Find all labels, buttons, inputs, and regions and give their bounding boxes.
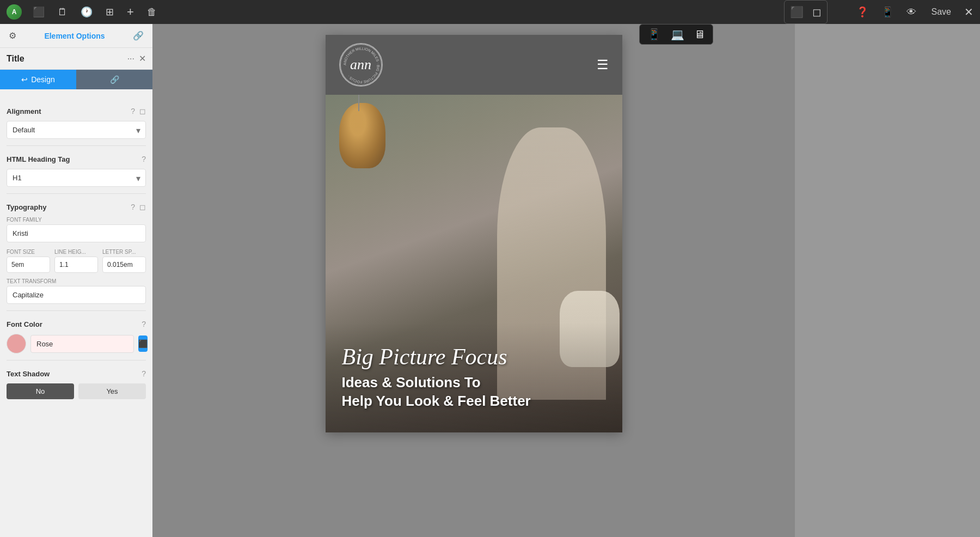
text-shadow-no-button[interactable]: No — [7, 383, 74, 399]
font-size-label: FONT SIZE — [7, 249, 50, 255]
font-family-row: FONT FAMILY — [7, 217, 146, 242]
panel-title: Title — [7, 54, 127, 64]
lamp-cord — [358, 95, 359, 111]
right-area — [795, 24, 980, 537]
page-outline-icon[interactable]: ◻ — [812, 5, 822, 19]
preview-frame: ann ANOTHER MILLION MILES · BIG PICTURE … — [326, 35, 622, 432]
tablet-icon[interactable]: 📱 — [647, 28, 661, 41]
history-icon[interactable]: 🕐 — [78, 4, 95, 20]
font-size-input[interactable] — [7, 257, 50, 273]
design-tab[interactable]: ↩ Design — [0, 70, 76, 89]
hero-area: Big Picture Focus Ideas & Solutions To H… — [326, 95, 622, 432]
add-icon[interactable]: + — [125, 3, 136, 21]
alignment-select[interactable]: DefaultLeftCenterRight — [7, 121, 146, 139]
panel-close-button[interactable]: ✕ — [139, 53, 146, 64]
close-icon[interactable]: ✕ — [964, 5, 973, 19]
font-color-section: Font Color ? ⬛ — [7, 320, 146, 353]
text-shadow-header: Text Shadow ? — [7, 369, 146, 378]
text-transform-row: TEXT TRANSFORM — [7, 278, 146, 304]
sub-tabs: ↩ Design 🔗 — [0, 70, 152, 89]
hero-title: Big Picture Focus — [342, 344, 606, 369]
laptop-icon[interactable]: 💻 — [671, 28, 684, 41]
layers-icon[interactable]: ⬛ — [30, 4, 47, 20]
page-view-popup: ⬛ ◻ — [784, 0, 828, 24]
link-tab-icon: 🔗 — [110, 75, 119, 84]
font-color-label: Font Color — [7, 320, 42, 328]
line-height-input[interactable] — [54, 257, 98, 273]
panel-content: Alignment ? ◻ DefaultLeftCenterRight HTM… — [0, 89, 152, 537]
hero-title-text: Big Picture Focus — [342, 344, 507, 369]
link-tab-icon[interactable]: 🔗 — [131, 28, 146, 43]
font-color-header: Font Color ? — [7, 320, 146, 328]
main-area: ⚙ Element Options 🔗 Title ··· ✕ ↩ Design… — [0, 24, 980, 537]
html-heading-select-wrapper: H1H2H3H4H5H6 — [7, 169, 146, 187]
alignment-help-icon[interactable]: ? — [131, 107, 135, 115]
color-name-input[interactable] — [30, 335, 134, 353]
top-toolbar: A ⬛ 🗒 🕐 ⊞ + 🗑 ❓ 📱 👁 ⬛ ◻ Save ✕ — [0, 0, 980, 24]
mobile-preview-icon[interactable]: 📱 — [879, 4, 896, 20]
letter-spacing-field: LETTER SP... — [102, 249, 146, 273]
alignment-select-wrapper: DefaultLeftCenterRight — [7, 121, 146, 139]
text-shadow-section: Text Shadow ? No Yes — [7, 369, 146, 399]
text-transform-label: TEXT TRANSFORM — [7, 278, 146, 284]
html-heading-help-icon[interactable]: ? — [142, 155, 146, 163]
logo-ann-text: ann — [350, 57, 371, 73]
preview-area: ann ANOTHER MILLION MILES · BIG PICTURE … — [152, 24, 795, 537]
html-heading-label: HTML Heading Tag — [7, 155, 70, 163]
font-color-row: ⬛ — [7, 334, 146, 353]
letter-spacing-label: LETTER SP... — [102, 249, 146, 255]
desktop-filled-icon[interactable]: ⬛ — [790, 5, 804, 19]
font-color-help-icon[interactable]: ? — [142, 320, 146, 328]
hero-lamp — [339, 103, 385, 168]
more-options-button[interactable]: ··· — [127, 54, 134, 64]
help-icon[interactable]: ❓ — [854, 4, 871, 20]
letter-spacing-input[interactable] — [102, 257, 146, 273]
toolbar-left: A ⬛ 🗒 🕐 ⊞ + 🗑 — [7, 3, 159, 21]
alignment-label: Alignment — [7, 107, 41, 115]
desktop-icon[interactable]: 🖥 — [694, 28, 705, 41]
title-bar: Title ··· ✕ — [0, 48, 152, 70]
elements-icon[interactable]: ⊞ — [103, 4, 116, 20]
page-icon[interactable]: 🗒 — [56, 4, 70, 20]
line-height-field: LINE HEIG... — [54, 249, 98, 273]
alignment-icons: ? ◻ — [131, 107, 146, 115]
eye-icon[interactable]: 👁 — [904, 4, 918, 20]
hero-text-overlay: Big Picture Focus Ideas & Solutions To H… — [326, 322, 622, 432]
device-bar: 📱 💻 🖥 — [639, 24, 713, 45]
link-tab[interactable]: 🔗 — [76, 70, 152, 89]
hamburger-menu[interactable]: ☰ — [597, 57, 609, 72]
toolbar-right: ❓ 📱 👁 ⬛ ◻ Save ✕ — [854, 4, 973, 20]
html-heading-select[interactable]: H1H2H3H4H5H6 — [7, 169, 146, 187]
font-metrics-row: FONT SIZE LINE HEIG... LETTER SP... — [7, 249, 146, 273]
alignment-reset-icon[interactable]: ◻ — [139, 107, 146, 115]
app-logo[interactable]: A — [7, 4, 22, 20]
save-button[interactable]: Save — [927, 5, 955, 19]
typography-section-header: Typography ? ◻ — [7, 203, 146, 211]
text-shadow-help-icon[interactable]: ? — [142, 369, 146, 378]
font-family-label: FONT FAMILY — [7, 217, 146, 223]
delete-icon[interactable]: 🗑 — [145, 4, 159, 20]
color-picker-icon: ⬛ — [138, 339, 148, 348]
settings-tab-icon[interactable]: ⚙ — [7, 28, 19, 43]
html-heading-row: H1H2H3H4H5H6 — [7, 169, 146, 187]
left-panel: ⚙ Element Options 🔗 Title ··· ✕ ↩ Design… — [0, 24, 152, 537]
text-shadow-yes-button[interactable]: Yes — [78, 383, 146, 399]
website-logo: ann ANOTHER MILLION MILES · BIG PICTURE … — [339, 43, 383, 87]
design-tab-icon: ↩ — [21, 75, 28, 84]
color-picker-button[interactable]: ⬛ — [138, 335, 148, 352]
text-shadow-label: Text Shadow — [7, 370, 50, 378]
element-options-tab[interactable]: Element Options — [23, 32, 126, 40]
alignment-section-header: Alignment ? ◻ — [7, 107, 146, 115]
text-transform-input[interactable] — [7, 286, 146, 304]
alignment-row: DefaultLeftCenterRight — [7, 121, 146, 139]
typography-help-icon[interactable]: ? — [131, 203, 135, 211]
color-swatch[interactable] — [7, 334, 26, 353]
hero-subtitle: Ideas & Solutions To Help You Look & Fee… — [342, 374, 606, 411]
font-family-input[interactable] — [7, 224, 146, 242]
text-shadow-toggle-row: No Yes — [7, 383, 146, 399]
line-height-label: LINE HEIG... — [54, 249, 98, 255]
hero-subtitle-line2: Help You Look & Feel Better — [342, 393, 531, 409]
typography-reset-icon[interactable]: ◻ — [139, 203, 146, 211]
panel-tabs: ⚙ Element Options 🔗 — [0, 24, 152, 48]
typography-label: Typography — [7, 203, 46, 211]
